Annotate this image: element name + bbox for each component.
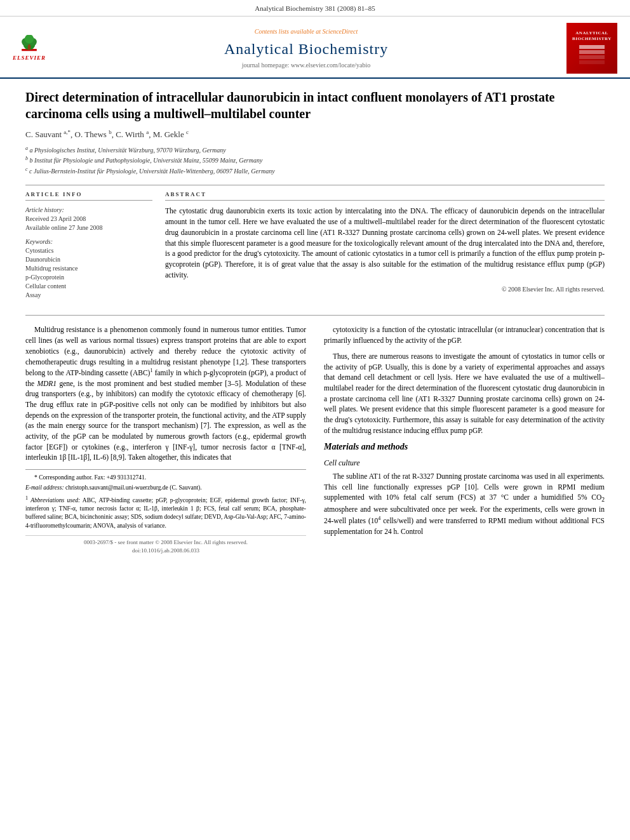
sciencedirect-link: Contents lists available at ScienceDirec… bbox=[46, 27, 566, 36]
footnote-abbrev: 1 Abbreviations used: ABC, ATP-binding c… bbox=[25, 495, 306, 530]
keyword-5: Cellular content bbox=[25, 282, 152, 291]
elsevier-tree-icon bbox=[13, 35, 45, 54]
ab-logo-box: ANALYTICAL BIOCHEMISTRY bbox=[566, 23, 617, 74]
abstract-text: The cytostatic drug daunorubicin exerts … bbox=[165, 206, 605, 280]
sciencedirect-name: ScienceDirect bbox=[322, 28, 358, 35]
journal-citation: Analytical Biochemistry 381 (2008) 81–85 bbox=[255, 4, 375, 12]
copyright-notice: © 2008 Elsevier Inc. All rights reserved… bbox=[165, 285, 605, 294]
main-content: Direct determination of intracellular da… bbox=[0, 79, 630, 568]
keyword-4: p-Glycoprotein bbox=[25, 273, 152, 282]
author-gekle: M. Gekle bbox=[153, 130, 184, 140]
right-column: cytotoxicity is a function of the cytost… bbox=[324, 324, 605, 555]
abstract-panel: ABSTRACT The cytostatic drug daunorubici… bbox=[165, 190, 605, 305]
authors-line: C. Sauvant a,*, O. Thews b, C. Wirth a, … bbox=[25, 128, 605, 141]
body-right-para-2: Thus, there are numerous reasons to inve… bbox=[324, 351, 605, 436]
keyword-1: Cytostatics bbox=[25, 246, 152, 255]
abstract-header: ABSTRACT bbox=[165, 190, 605, 201]
affil-a: a a Physiologisches Institut, Universitä… bbox=[25, 145, 605, 155]
author-gekle-sup: c bbox=[186, 129, 189, 135]
elsevier-text: ELSEVIER bbox=[13, 54, 46, 62]
footnote-corresponding: * Corresponding author. Fax: +49 9313127… bbox=[25, 474, 306, 482]
author-wirth: C. Wirth bbox=[116, 130, 144, 140]
section-heading-methods: Materials and methods bbox=[324, 441, 605, 453]
journal-header: ELSEVIER Contents lists available at Sci… bbox=[0, 17, 630, 79]
svg-rect-6 bbox=[579, 45, 605, 49]
history-label: Article history: bbox=[25, 206, 152, 215]
received-date: Received 23 April 2008 bbox=[25, 215, 152, 223]
keywords-label: Keywords: bbox=[25, 237, 152, 246]
author-thews-sup: b bbox=[109, 129, 112, 135]
subsection-cell-culture: Cell culture bbox=[324, 458, 605, 469]
journal-header-center: Contents lists available at ScienceDirec… bbox=[46, 27, 566, 70]
author-thews: O. Thews bbox=[75, 130, 107, 140]
article-info-panel: ARTICLE INFO Article history: Received 2… bbox=[25, 190, 152, 305]
footnote-email: E-mail address: christoph.sauvant@mail.u… bbox=[25, 484, 306, 492]
affil-c: c c Julius-Bernstein-Institut für Physio… bbox=[25, 166, 605, 176]
body-divider bbox=[25, 315, 605, 316]
footnote-section: * Corresponding author. Fax: +49 9313127… bbox=[25, 469, 306, 530]
page-wrapper: Analytical Biochemistry 381 (2008) 81–85… bbox=[0, 0, 630, 840]
keyword-3: Multidrug resistance bbox=[25, 264, 152, 273]
footer-line1: 0003-2697/$ - see front matter © 2008 El… bbox=[25, 538, 306, 547]
abstract-body: The cytostatic drug daunorubicin exerts … bbox=[165, 207, 605, 278]
journal-title: Analytical Biochemistry bbox=[46, 39, 566, 60]
ab-logo-icon bbox=[579, 45, 605, 64]
left-column: Multidrug resistance is a phenomenon com… bbox=[25, 324, 306, 555]
author-sauvant-sup: a,* bbox=[64, 129, 70, 135]
body-columns: Multidrug resistance is a phenomenon com… bbox=[25, 324, 605, 555]
body-right-para-3: The subline AT1 of the rat R-3327 Dunnin… bbox=[324, 471, 605, 537]
article-info-header: ARTICLE INFO bbox=[25, 190, 152, 201]
body-para-1: Multidrug resistance is a phenomenon com… bbox=[25, 324, 306, 463]
keywords-list: Cytostatics Daunorubicin Multidrug resis… bbox=[25, 246, 152, 300]
ab-logo-line2: BIOCHEMISTRY bbox=[572, 36, 612, 42]
keyword-6: Assay bbox=[25, 291, 152, 300]
author-sauvant: C. Sauvant bbox=[25, 130, 62, 140]
author-wirth-sup: a bbox=[146, 129, 149, 135]
affiliations: a a Physiologisches Institut, Universitä… bbox=[25, 145, 605, 176]
available-date: Available online 27 June 2008 bbox=[25, 223, 152, 232]
footer-bar: 0003-2697/$ - see front matter © 2008 El… bbox=[25, 535, 306, 555]
affil-b: b b Institut für Physiologie und Pathoph… bbox=[25, 155, 605, 165]
keyword-2: Daunorubicin bbox=[25, 255, 152, 264]
footer-line2: doi:10.1016/j.ab.2008.06.033 bbox=[25, 547, 306, 555]
top-bar: Analytical Biochemistry 381 (2008) 81–85 bbox=[0, 0, 630, 17]
journal-homepage: journal homepage: www.elsevier.com/locat… bbox=[46, 61, 566, 70]
svg-rect-7 bbox=[579, 50, 605, 54]
info-row: ARTICLE INFO Article history: Received 2… bbox=[25, 185, 605, 305]
article-title: Direct determination of intracellular da… bbox=[25, 89, 605, 122]
body-right-para-1: cytotoxicity is a function of the cytost… bbox=[324, 324, 605, 345]
svg-rect-8 bbox=[579, 55, 605, 59]
elsevier-logo-area: ELSEVIER bbox=[13, 35, 46, 62]
history-section: Article history: Received 23 April 2008 … bbox=[25, 206, 152, 232]
keywords-section: Keywords: Cytostatics Daunorubicin Multi… bbox=[25, 237, 152, 300]
svg-rect-9 bbox=[579, 60, 605, 64]
ab-logo-line1: ANALYTICAL bbox=[572, 30, 612, 36]
